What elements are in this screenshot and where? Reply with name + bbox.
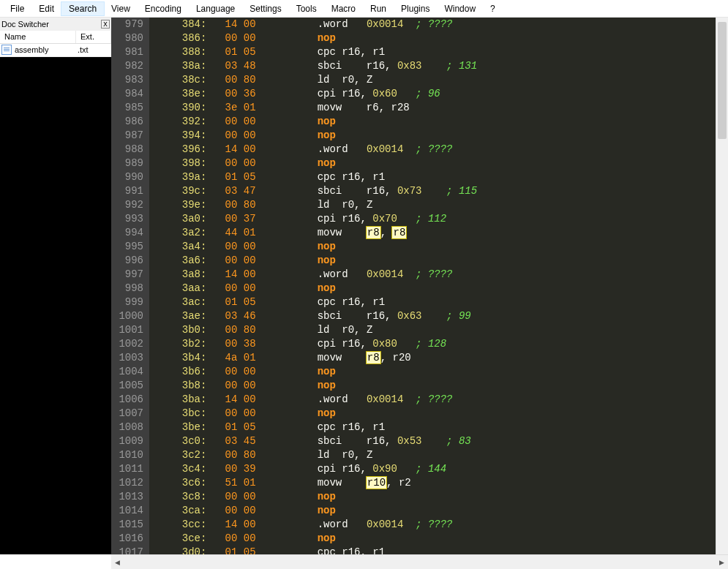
close-icon[interactable]: x: [101, 20, 110, 29]
scrollbar-thumb[interactable]: [718, 22, 727, 139]
token-nop: nop: [318, 532, 336, 544]
code-line[interactable]: 39e: 00 80 ld r0, Z: [149, 198, 728, 212]
code-line[interactable]: 3c4: 00 39 cpi r16, 0x90 ; 144: [149, 462, 728, 476]
address: 3b6: [160, 365, 200, 379]
code-line[interactable]: 3c8: 00 00 nop: [149, 490, 728, 504]
code-line[interactable]: 3bc: 00 00 nop: [149, 407, 728, 421]
token-hl: r8: [367, 227, 380, 238]
token-num: 0x0014: [367, 268, 403, 280]
menu-window[interactable]: Window: [437, 2, 483, 15]
line-number: 1004: [111, 365, 143, 379]
address: 39c: [160, 184, 200, 198]
menu-help[interactable]: ?: [483, 2, 503, 15]
code-line[interactable]: 3a8: 14 00 .word 0x0014 ; ????: [149, 268, 728, 282]
code-line[interactable]: 3a0: 00 37 cpi r16, 0x70 ; 112: [149, 212, 728, 226]
menu-plugins[interactable]: Plugins: [394, 2, 437, 15]
code-line[interactable]: 3b0: 00 80 ld r0, Z: [149, 323, 728, 337]
code-line[interactable]: 3be: 01 05 cpc r16, r1: [149, 421, 728, 434]
hex-bytes: 51 01: [206, 477, 255, 489]
menu-view[interactable]: View: [104, 2, 138, 15]
menu-tools[interactable]: Tools: [289, 2, 324, 15]
code-line[interactable]: 3c6: 51 01 movw r10, r2: [149, 476, 728, 490]
col-ext[interactable]: Ext.: [76, 31, 111, 43]
code-line[interactable]: 3a4: 00 00 nop: [149, 240, 728, 254]
code-line[interactable]: 3b8: 00 00 nop: [149, 379, 728, 393]
code-line[interactable]: 3a6: 00 00 nop: [149, 254, 728, 268]
address: 38a: [160, 59, 200, 73]
code-line[interactable]: 3c2: 00 80 ld r0, Z: [149, 448, 728, 462]
token-mnem: cpc r16: [318, 546, 361, 554]
code-line[interactable]: 3ae: 03 46 sbci r16, 0x63 ; 99: [149, 309, 728, 323]
token-mnem: r1: [372, 296, 385, 308]
menu-language[interactable]: Language: [189, 2, 242, 15]
menu-macro[interactable]: Macro: [324, 2, 363, 15]
token-punc: ,: [386, 477, 399, 489]
code-line[interactable]: 394: 00 00 nop: [149, 129, 728, 143]
code-line[interactable]: 39c: 03 47 sbci r16, 0x73 ; 115: [149, 184, 728, 198]
code-line[interactable]: 3aa: 00 00 nop: [149, 282, 728, 295]
token-punc: ,: [360, 546, 372, 554]
line-number: 1010: [111, 448, 143, 462]
code-line[interactable]: 396: 14 00 .word 0x0014 ; ????: [149, 143, 728, 157]
token-mnem: r16: [367, 435, 385, 447]
col-name[interactable]: Name: [0, 31, 76, 43]
hex-bytes: 14 00: [206, 143, 255, 155]
address: 3c4: [160, 462, 200, 476]
hex-bytes: 00 00: [206, 255, 255, 266]
code-line[interactable]: 392: 00 00 nop: [149, 115, 728, 129]
code-line[interactable]: 388: 01 05 cpc r16, r1: [149, 45, 728, 59]
scroll-left-icon[interactable]: ◀: [111, 556, 124, 568]
token-punc: ,: [360, 213, 372, 225]
address: 3ae: [160, 309, 200, 323]
horizontal-scrollbar[interactable]: ◀ ▶: [111, 554, 728, 569]
hex-bytes: 01 05: [206, 171, 255, 183]
code-line[interactable]: 3ca: 00 00 nop: [149, 504, 728, 518]
code-line[interactable]: 38e: 00 36 cpi r16, 0x60 ; 96: [149, 87, 728, 101]
code-line[interactable]: 3d0: 01 05 cpc r16, r1: [149, 546, 728, 554]
token-mnem: r16: [367, 60, 385, 72]
code-line[interactable]: 3a2: 44 01 movw r8, r8: [149, 226, 728, 240]
code-line[interactable]: 38a: 03 48 sbci r16, 0x83 ; 131: [149, 59, 728, 73]
hex-bytes: 01 05: [206, 421, 255, 433]
file-item[interactable]: assembly.txt: [0, 44, 111, 56]
token-mnem: .word: [318, 393, 348, 405]
doc-switcher-empty: [0, 57, 111, 554]
code-line[interactable]: 38c: 00 80 ld r0, Z: [149, 73, 728, 87]
address: 3b0: [160, 323, 200, 337]
token-nop: nop: [318, 407, 336, 419]
menu-run[interactable]: Run: [363, 2, 394, 15]
code-line[interactable]: 398: 00 00 nop: [149, 157, 728, 170]
token-mnem: cpi r16: [318, 213, 361, 225]
vertical-scrollbar[interactable]: [716, 18, 728, 554]
code-line[interactable]: 3ba: 14 00 .word 0x0014 ; ????: [149, 393, 728, 407]
menu-edit[interactable]: Edit: [31, 2, 61, 15]
token-punc: ,: [360, 463, 372, 475]
code-line[interactable]: 3b4: 4a 01 movw r8, r20: [149, 351, 728, 365]
code-line[interactable]: 3c0: 03 45 sbci r16, 0x53 ; 83: [149, 434, 728, 448]
token-punc: ,: [380, 227, 393, 238]
code-line[interactable]: 39a: 01 05 cpc r16, r1: [149, 170, 728, 184]
menu-search[interactable]: Search: [61, 2, 104, 15]
code-line[interactable]: 386: 00 00 nop: [149, 31, 728, 45]
code-line[interactable]: 3b2: 00 38 cpi r16, 0x80 ; 128: [149, 337, 728, 351]
token-punc: ,: [380, 352, 393, 363]
code-line[interactable]: 3cc: 14 00 .word 0x0014 ; ????: [149, 518, 728, 532]
hex-bytes: 01 05: [206, 546, 255, 554]
code-line[interactable]: 384: 14 00 .word 0x0014 ; ????: [149, 18, 728, 31]
line-number: 1007: [111, 407, 143, 421]
code-line[interactable]: 3b6: 00 00 nop: [149, 365, 728, 379]
line-number: 983: [111, 73, 143, 87]
menu-settings[interactable]: Settings: [242, 2, 288, 15]
code-line[interactable]: 390: 3e 01 movw r6, r28: [149, 101, 728, 115]
scroll-right-icon[interactable]: ▶: [716, 556, 728, 568]
token-punc: ,: [360, 88, 372, 99]
code-line[interactable]: 3ce: 00 00 nop: [149, 532, 728, 546]
line-number: 1006: [111, 393, 143, 407]
address: 386: [160, 31, 200, 45]
token-mnem: movw: [318, 102, 342, 113]
menu-file[interactable]: File: [3, 2, 31, 15]
menu-encoding[interactable]: Encoding: [138, 2, 189, 15]
hex-bytes: 00 00: [206, 366, 255, 377]
code-line[interactable]: 3ac: 01 05 cpc r16, r1: [149, 295, 728, 309]
code-editor[interactable]: 384: 14 00 .word 0x0014 ; ????386: 00 00…: [149, 18, 728, 554]
